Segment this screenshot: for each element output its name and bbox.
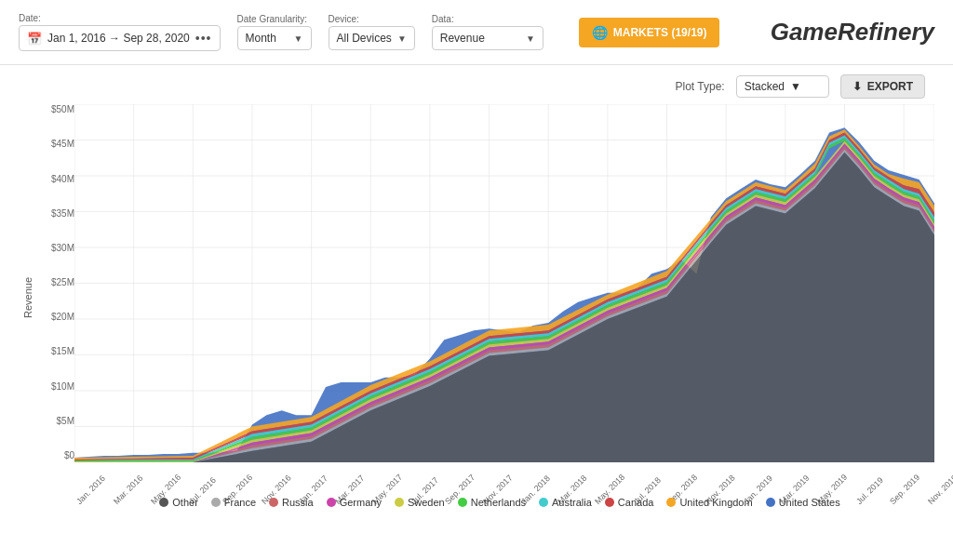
legend-item-russia: Russia (269, 497, 314, 508)
markets-button[interactable]: 🌐 MARKETS (19/19) (579, 18, 720, 47)
y-label-25: $25M (35, 277, 74, 287)
legend-item-other: Other (159, 497, 198, 508)
granularity-value: Month (246, 32, 276, 45)
other-area (74, 153, 934, 462)
granularity-control-group: Date Granularity: Month ▼ (237, 14, 312, 50)
legend-dot-canada (605, 498, 614, 507)
date-range-value: Jan 1, 2016 → Sep 28, 2020 (47, 32, 190, 45)
chart-with-axes: Revenue $0 $5M $10M $15M $20M $25M $30M … (19, 104, 934, 513)
granularity-arrow-icon: ▼ (294, 33, 303, 44)
plot-type-select[interactable]: Stacked ▼ (736, 75, 829, 98)
legend-dot-france (211, 498, 221, 507)
export-button-label: EXPORT (867, 80, 913, 93)
chart-inner: $0 $5M $10M $15M $20M $25M $30M $35M $40… (35, 104, 934, 462)
legend-dot-other (159, 498, 168, 507)
export-button[interactable]: ⬇ EXPORT (840, 74, 925, 99)
markets-button-label: MARKETS (19/19) (613, 26, 707, 39)
date-control-group: Date: 📅 Jan 1, 2016 → Sep 28, 2020 ••• (19, 13, 221, 51)
legend-label-us: United States (779, 497, 840, 508)
logo-refinery: Refinery (838, 18, 934, 46)
data-arrow-icon: ▼ (526, 33, 535, 44)
x-label-nov19: Nov. 2019 (926, 473, 953, 506)
legend-item-sweden: Sweden (395, 497, 445, 508)
legend-item-france: France (211, 497, 256, 508)
y-label-40: $40M (35, 174, 74, 184)
legend-dot-sweden (395, 498, 404, 507)
legend-label-russia: Russia (282, 497, 314, 508)
plot-type-value: Stacked (745, 80, 785, 93)
device-control-group: Device: All Devices ▼ (329, 14, 415, 50)
y-axis: $0 $5M $10M $15M $20M $25M $30M $35M $40… (35, 104, 74, 462)
legend-item-uk: United Kingdom (666, 497, 752, 508)
y-label-10: $10M (35, 381, 74, 392)
legend-dot-us (766, 498, 775, 507)
y-label-20: $20M (35, 312, 74, 322)
legend-label-uk: United Kingdom (679, 497, 752, 508)
chart-top-controls: Plot Type: Stacked ▼ ⬇ EXPORT (9, 74, 934, 99)
data-value: Revenue (440, 32, 485, 45)
legend-item-netherlands: Netherlands (458, 497, 526, 508)
calendar-icon: 📅 (27, 32, 42, 46)
device-value: All Devices (337, 32, 392, 45)
device-label: Device: (329, 14, 415, 24)
legend-dot-germany (327, 498, 336, 507)
export-download-icon: ⬇ (852, 80, 862, 93)
controls-bar: Date: 📅 Jan 1, 2016 → Sep 28, 2020 ••• D… (19, 13, 771, 51)
y-label-45: $45M (35, 139, 74, 149)
date-options-icon: ••• (195, 31, 212, 46)
date-label: Date: (19, 13, 221, 23)
device-select[interactable]: All Devices ▼ (329, 26, 415, 50)
legend-label-germany: Germany (340, 497, 382, 508)
device-arrow-icon: ▼ (397, 33, 407, 44)
legend-dot-uk (666, 498, 676, 507)
granularity-select[interactable]: Month ▼ (237, 26, 312, 50)
header: Date: 📅 Jan 1, 2016 → Sep 28, 2020 ••• D… (0, 0, 953, 65)
legend-label-canada: Canada (618, 497, 654, 508)
plot-type-arrow-icon: ▼ (790, 80, 801, 93)
legend-dot-netherlands (458, 498, 467, 507)
legend-label-netherlands: Netherlands (471, 497, 526, 508)
legend-item-germany: Germany (327, 497, 382, 508)
logo-game: Game (771, 18, 838, 46)
legend-item-canada: Canada (605, 497, 654, 508)
legend-item-australia: Australia (539, 497, 592, 508)
legend-label-france: France (224, 497, 256, 508)
y-label-50: $50M (35, 104, 74, 114)
legend-label-australia: Australia (552, 497, 592, 508)
plot-type-label: Plot Type: (676, 80, 725, 93)
data-label: Data: (432, 14, 544, 24)
legend-dot-australia (539, 498, 548, 507)
y-label-5: $5M (35, 416, 74, 426)
logo: GameRefinery (771, 18, 934, 47)
legend-item-us: United States (766, 497, 840, 508)
chart-svg (74, 104, 934, 462)
granularity-label: Date Granularity: (237, 14, 312, 24)
y-axis-title: Revenue (22, 300, 34, 318)
legend-label-sweden: Sweden (408, 497, 445, 508)
y-label-30: $30M (35, 243, 74, 253)
legend-label-other: Other (172, 497, 198, 508)
y-label-0: $0 (35, 450, 74, 460)
data-select[interactable]: Revenue ▼ (432, 26, 544, 50)
date-range-button[interactable]: 📅 Jan 1, 2016 → Sep 28, 2020 ••• (19, 25, 221, 51)
y-label-15: $15M (35, 346, 74, 356)
chart-container: Plot Type: Stacked ▼ ⬇ EXPORT Revenue $0… (0, 65, 953, 560)
legend: Other France Russia Germany Sweden Nethe… (74, 493, 925, 512)
svg-chart-wrapper: Jan. 2016 Mar. 2016 May. 2016 Jul. 2016 … (74, 104, 934, 462)
y-label-35: $35M (35, 208, 74, 219)
data-control-group: Data: Revenue ▼ (432, 14, 544, 50)
globe-icon: 🌐 (592, 25, 608, 40)
legend-dot-russia (269, 498, 278, 507)
